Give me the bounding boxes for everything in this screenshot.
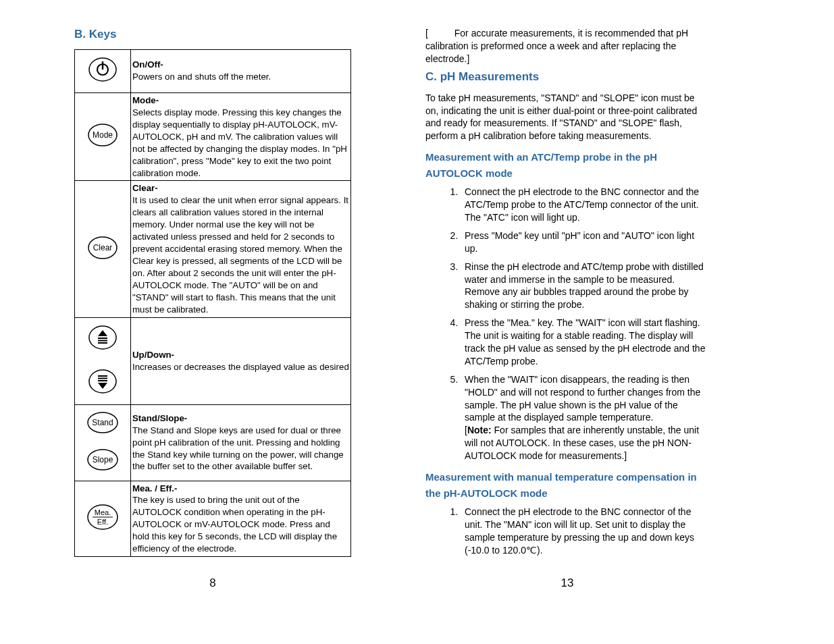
list-item: Press the "Mea." key. The "WAIT" icon wi… [461,317,709,368]
top-note: [ For accurate measurements, it is recom… [425,27,709,65]
mea-eff-icon: Mea. Eff. [86,503,119,531]
power-icon [88,55,117,84]
key-icon-cell: Mea. Eff. [75,481,131,557]
section-b-heading: B. Keys [74,27,351,43]
key-desc: The Stand and Slope keys are used for du… [132,425,344,472]
up-icon [88,323,117,352]
table-row: On/Off- Powers on and shuts off the mete… [75,49,351,92]
key-title: Up/Down- [132,350,174,360]
stand-icon: Stand [86,410,119,435]
subsection-atc-heading: Measurement with an ATC/Temp probe in th… [425,149,709,182]
key-desc: Selects display mode. Pressing this key … [132,107,347,178]
key-title: Mea. / Eff.- [132,483,178,493]
svg-text:Mea.: Mea. [95,508,111,516]
key-icon-cell [75,317,131,404]
list-item: When the "WAIT" icon disappears, the rea… [461,373,709,462]
key-title: Clear- [132,183,158,193]
key-icon-cell: Mode [75,92,131,181]
svg-text:Mode: Mode [93,130,113,140]
list-item: Connect the pH electrode to the BNC conn… [461,506,709,557]
key-title: On/Off- [132,59,163,70]
svg-text:Slope: Slope [93,455,113,464]
right-page: [ For accurate measurements, it is recom… [425,27,709,591]
clear-icon: Clear [87,235,118,261]
key-desc: It is used to clear the unit when error … [132,195,348,314]
slope-icon: Slope [86,448,119,472]
key-desc: The key is used to bring the unit out of… [132,495,337,554]
svg-text:Stand: Stand [92,418,113,427]
table-row: Up/Down- Increases or decreases the disp… [75,317,351,404]
table-row: Clear Clear- It is used to clear the uni… [75,181,351,317]
list-item: Rinse the pH electrode and ATC/temp prob… [461,261,709,312]
key-desc-cell: Up/Down- Increases or decreases the disp… [131,317,351,404]
list-item: Connect the pH electrode to the BNC conn… [461,186,709,224]
svg-marker-8 [98,330,107,336]
section-c-heading: C. pH Measurements [425,70,709,85]
subsection-manual-heading: Measurement with manual temperature comp… [425,469,709,502]
svg-text:Eff.: Eff. [97,518,108,526]
table-row: Mea. Eff. Mea. / Eff.- The key is used t… [75,481,351,557]
key-icon-cell: Clear [75,181,131,317]
key-desc-cell: Stand/Slope- The Stand and Slope keys ar… [131,404,351,481]
keys-table: On/Off- Powers on and shuts off the mete… [74,49,351,557]
page-number-right: 13 [425,576,709,591]
note-body: For samples that are inherently unstable… [465,425,699,461]
mode-icon: Mode [87,122,118,148]
key-title: Mode- [132,95,159,105]
steps-list-2: Connect the pH electrode to the BNC conn… [425,506,709,557]
section-c-intro: To take pH measurements, "STAND" and "SL… [425,92,709,143]
table-row: Mode Mode- Selects display mode. Pressin… [75,92,351,181]
table-row: Stand Slope Stand/Slope- The Stand and S… [75,404,351,481]
list-item: Press "Mode" key until "pH" icon and "AU… [461,230,709,255]
key-title: Stand/Slope- [132,413,187,423]
key-desc: Powers on and shuts off the meter. [132,72,271,82]
down-icon [88,367,117,396]
page-number-left: 8 [74,576,351,591]
key-desc: Increases or decreases the displayed val… [132,362,349,372]
svg-marker-16 [98,383,107,389]
key-icon-cell [75,49,131,92]
key-desc-cell: Mode- Selects display mode. Pressing thi… [131,92,351,181]
steps-list-1: Connect the pH electrode to the BNC conn… [425,186,709,462]
key-desc-cell: Clear- It is used to clear the unit when… [131,181,351,317]
note-label: Note: [467,425,492,435]
left-page: B. Keys On/Off- Powers on and shuts off … [74,27,351,591]
step5-text: When the "WAIT" icon disappears, the rea… [465,374,700,423]
svg-text:Clear: Clear [93,243,113,252]
key-icon-cell: Stand Slope [75,404,131,481]
key-desc-cell: Mea. / Eff.- The key is used to bring th… [131,481,351,557]
key-desc-cell: On/Off- Powers on and shuts off the mete… [131,49,351,92]
